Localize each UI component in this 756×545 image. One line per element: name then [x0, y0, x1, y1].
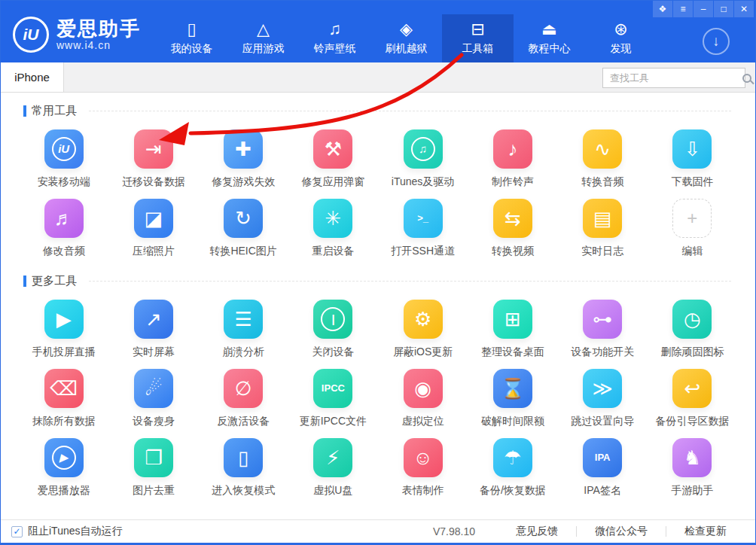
maximize-button[interactable]: □	[714, 1, 733, 17]
tool-fix-game-failure[interactable]: ✚修复游戏失效	[199, 124, 288, 193]
tool-realtime-screen[interactable]: ↗实时屏幕	[108, 294, 198, 364]
nav-discover[interactable]: ⊛发现	[585, 14, 657, 62]
shutdown-device-icon: |	[313, 300, 352, 339]
nav-label: 刷机越狱	[386, 42, 428, 56]
nav-label: 工具箱	[462, 42, 494, 56]
tool-deactivate-device[interactable]: ∅反激活设备	[199, 364, 288, 433]
theme-button[interactable]: ❖	[653, 1, 672, 17]
tool-download-firmware[interactable]: ⇩下载固件	[648, 124, 737, 193]
tool-compress-photos[interactable]: ◪压缩照片	[108, 193, 198, 263]
nav-label: 教程中心	[529, 42, 571, 56]
tool-label: 转换音频	[581, 175, 623, 189]
nav-ringtones-wallpapers[interactable]: ♫铃声壁纸	[299, 14, 370, 62]
tool-device-function-switch[interactable]: ⊶设备功能开关	[558, 294, 648, 364]
tab-iphone[interactable]: iPhone	[1, 62, 64, 92]
search-icon[interactable]	[742, 74, 751, 83]
minimize-button[interactable]: –	[694, 1, 713, 17]
erase-all-data-icon: ⌫	[44, 369, 84, 408]
tool-fix-app-popup[interactable]: ⚒修复应用弹窗	[288, 124, 378, 193]
tool-open-ssh-channel[interactable]: >_打开SSH通道	[378, 193, 468, 263]
tool-emoji-maker[interactable]: ☺表情制作	[378, 433, 468, 502]
tool-crack-time-limit[interactable]: ⌛破解时间限额	[468, 364, 557, 433]
nav-apps-games[interactable]: △应用游戏	[227, 14, 299, 62]
tool-convert-video[interactable]: ⇆转换视频	[468, 193, 557, 263]
tool-label: 安装移动端	[38, 175, 90, 189]
tool-organize-device-desktop[interactable]: ⊞整理设备桌面	[468, 294, 557, 364]
menu-button[interactable]: ≡	[673, 1, 693, 17]
compress-photos-icon: ◪	[134, 199, 173, 238]
delete-stubborn-icons-glyph: ◷	[684, 309, 701, 329]
flash-jailbreak-icon: ◈	[400, 20, 413, 39]
nav-toolbox[interactable]: ⊟工具箱	[442, 14, 514, 62]
status-link-wechat-official-account[interactable]: 微信公众号	[577, 525, 666, 538]
tool-label: 破解时间限额	[481, 415, 544, 428]
tool-erase-all-data[interactable]: ⌫抹除所有数据	[19, 364, 108, 433]
tool-restart-device[interactable]: ✳重启设备	[288, 193, 378, 263]
tool-edit-tools[interactable]: +编辑	[648, 193, 737, 263]
tool-enter-recovery-mode[interactable]: ▯进入恢复模式	[199, 433, 288, 502]
deactivate-device-icon: ∅	[224, 369, 263, 408]
image-dedup-icon: ❐	[134, 438, 173, 477]
tool-block-ios-update[interactable]: ⚙屏蔽iOS更新	[378, 294, 468, 364]
download-manager-button[interactable]: ↓	[703, 28, 730, 55]
compress-photos-glyph: ◪	[145, 209, 163, 228]
nav-tutorial-center[interactable]: ⏏教程中心	[514, 14, 585, 62]
aisi-player-glyph: ▶	[52, 446, 76, 470]
search-input[interactable]	[610, 72, 742, 84]
tool-label: 手游助手	[671, 484, 713, 498]
tool-skip-setup-wizard[interactable]: ≫跳过设置向导	[558, 364, 648, 433]
tab-bar: iPhone	[1, 62, 755, 93]
tool-label: 实时屏幕	[133, 346, 175, 359]
tool-install-mobile-client[interactable]: iU安装移动端	[19, 124, 108, 193]
nav-label: 发现	[611, 42, 632, 56]
tool-label: 设备瘦身	[133, 415, 175, 428]
tool-delete-stubborn-icons[interactable]: ◷删除顽固图标	[648, 294, 737, 364]
itunes-drivers-icon: ♫	[404, 129, 443, 169]
convert-video-glyph: ⇆	[505, 209, 521, 228]
tool-shutdown-device[interactable]: |关闭设备	[288, 294, 378, 364]
tool-phone-screen-live[interactable]: ▶手机投屏直播	[19, 294, 108, 364]
edit-tools-glyph: +	[687, 209, 697, 227]
tool-label: 编辑	[681, 245, 703, 258]
nav-flash-jailbreak[interactable]: ◈刷机越狱	[370, 14, 442, 62]
mobile-game-assistant-icon: ♞	[672, 438, 712, 477]
tool-backup-boot-data[interactable]: ↩备份引导区数据	[648, 364, 737, 433]
tool-virtual-usb-drive[interactable]: ⚡虚拟U盘	[288, 433, 378, 502]
tool-update-ipcc-files[interactable]: IPCC更新IPCC文件	[288, 364, 378, 433]
tool-label: 实时日志	[581, 245, 623, 258]
section-header: 常用工具	[23, 104, 731, 118]
tool-itunes-drivers[interactable]: ♫iTunes及驱动	[378, 124, 468, 193]
nav-my-devices[interactable]: ▯我的设备	[156, 14, 227, 62]
tool-virtual-location[interactable]: ◉虚拟定位	[378, 364, 468, 433]
tool-mobile-game-assistant[interactable]: ♞手游助手	[648, 433, 737, 502]
status-link-feedback[interactable]: 意见反馈	[498, 525, 576, 538]
tool-ipa-signing[interactable]: IPAIPA签名	[558, 433, 648, 502]
nav-label: 我的设备	[171, 42, 213, 56]
section-accent-bar	[23, 276, 26, 287]
tool-label: 修复游戏失效	[212, 175, 275, 189]
status-link-check-update[interactable]: 检查更新	[666, 525, 745, 538]
skip-setup-wizard-glyph: ≫	[593, 379, 613, 398]
realtime-log-glyph: ▤	[593, 209, 612, 228]
tool-convert-audio[interactable]: ∿转换音频	[558, 124, 648, 193]
organize-device-desktop-icon: ⊞	[493, 300, 532, 339]
close-button[interactable]: ✕	[734, 1, 754, 17]
nav-label: 铃声壁纸	[314, 42, 356, 56]
tool-image-dedup[interactable]: ❐图片去重	[108, 433, 198, 502]
tool-aisi-player[interactable]: ▶爱思播放器	[19, 433, 108, 502]
tool-label: 打开SSH通道	[391, 245, 455, 258]
discover-icon: ⊛	[614, 20, 627, 39]
tool-crash-analysis[interactable]: ☰崩溃分析	[199, 294, 288, 364]
tool-device-slimming[interactable]: ☄设备瘦身	[108, 364, 198, 433]
tool-convert-heic-images[interactable]: ↻转换HEIC图片	[199, 193, 288, 263]
tool-label: 删除顽固图标	[660, 346, 724, 359]
itunes-drivers-glyph: ♫	[411, 137, 435, 161]
migrate-device-data-icon: ⇥	[134, 129, 173, 169]
tool-backup-restore-data[interactable]: ☂备份/恢复数据	[468, 433, 557, 502]
tool-migrate-device-data[interactable]: ⇥迁移设备数据	[108, 124, 198, 193]
block-itunes-checkbox[interactable]: ✓	[11, 526, 23, 537]
tool-modify-audio[interactable]: ♬修改音频	[19, 193, 108, 263]
tool-realtime-log[interactable]: ▤实时日志	[558, 193, 648, 263]
tool-make-ringtone[interactable]: ♪制作铃声	[468, 124, 557, 193]
tool-label: 转换视频	[492, 245, 534, 258]
